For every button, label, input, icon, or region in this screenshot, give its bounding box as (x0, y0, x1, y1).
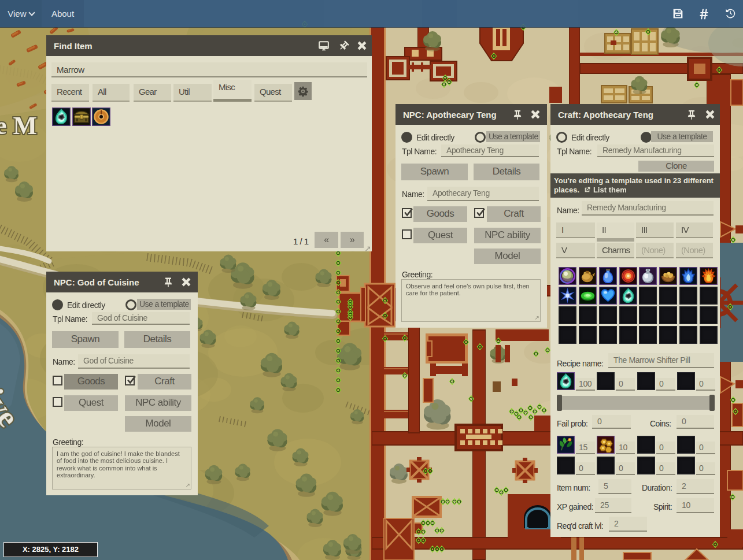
svg-text:e M: e M (0, 112, 37, 140)
